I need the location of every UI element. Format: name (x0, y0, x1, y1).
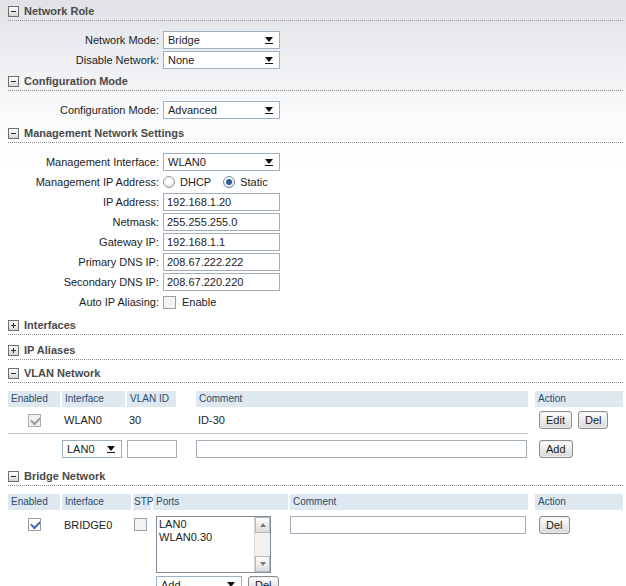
expand-icon[interactable] (8, 320, 19, 331)
ip-aliases-header: IP Aliases (8, 344, 623, 360)
primary-dns-label: Primary DNS IP: (8, 256, 163, 268)
bridge-enabled-checkbox[interactable] (28, 518, 41, 531)
management-interface-row: Management Interface: WLAN0 (8, 152, 623, 172)
ports-scrollbar[interactable] (254, 517, 270, 572)
secondary-dns-label: Secondary DNS IP: (8, 276, 163, 288)
bridge-col-interface: Interface (62, 494, 131, 510)
vlan-interface-cell: WLAN0 (62, 414, 125, 426)
secondary-dns-row: Secondary DNS IP: (8, 272, 623, 292)
ip-address-row: IP Address: (8, 192, 623, 212)
management-ip-address-label: Management IP Address: (8, 176, 163, 188)
scroll-up-icon[interactable] (255, 517, 270, 533)
interfaces-header: Interfaces (8, 319, 623, 335)
auto-ip-aliasing-checkbox[interactable] (163, 296, 176, 309)
row-divider (8, 433, 528, 434)
auto-ip-aliasing-row: Auto IP Aliasing: Enable (8, 292, 623, 312)
scroll-down-icon[interactable] (255, 556, 270, 572)
bridge-col-enabled: Enabled (8, 494, 60, 510)
vlan-add-row: LAN0 Add (8, 438, 623, 460)
chevron-down-icon (265, 159, 273, 164)
network-role-form: Network Mode: Bridge Disable Network: No… (8, 30, 623, 70)
bridge-table-row: BRIDGE0 LAN0 WLAN0.30 (8, 516, 623, 586)
network-mode-select[interactable]: Bridge (163, 31, 280, 49)
bridge-network-header: Bridge Network (8, 470, 623, 486)
bridge-port-add-select[interactable]: Add (156, 576, 242, 586)
bridge-ports-actions: Add Del (156, 576, 288, 586)
bridge-del-button[interactable]: Del (539, 516, 570, 534)
gateway-ip-input[interactable] (163, 233, 280, 251)
bridge-ports-list: LAN0 WLAN0.30 (157, 517, 254, 572)
section-bridge-network: Bridge Network Enabled Interface STP Por… (8, 470, 623, 586)
section-vlan-network: VLAN Network Enabled Interface VLAN ID C… (8, 367, 623, 460)
section-configuration-mode: Configuration Mode Configuration Mode: A… (8, 75, 623, 120)
section-network-role: Network Role Network Mode: Bridge Disabl… (8, 5, 623, 70)
disable-network-select[interactable]: None (163, 51, 280, 69)
bridge-col-ports: Ports (153, 494, 288, 510)
vlan-table-row: WLAN0 30 ID-30 Edit Del (8, 407, 623, 433)
bridge-port-add-value: Add (161, 579, 237, 586)
bridge-comment-input[interactable] (290, 516, 526, 534)
bridge-port-item[interactable]: WLAN0.30 (159, 531, 254, 544)
netmask-input[interactable] (163, 213, 280, 231)
bridge-table: Enabled Interface STP Ports Comment Acti… (8, 494, 623, 586)
auto-ip-aliasing-label: Auto IP Aliasing: (8, 296, 163, 308)
vlan-enabled-checkbox[interactable] (28, 414, 41, 427)
disable-network-value: None (168, 54, 275, 66)
ip-aliases-title: IP Aliases (24, 344, 75, 356)
secondary-dns-input[interactable] (163, 273, 280, 291)
disable-network-label: Disable Network: (8, 54, 163, 66)
bridge-col-comment: Comment (290, 494, 528, 510)
collapse-icon[interactable] (8, 6, 19, 17)
vlan-add-comment-input[interactable] (196, 440, 527, 458)
dhcp-radio[interactable] (163, 176, 175, 188)
chevron-down-icon (265, 37, 273, 42)
collapse-icon[interactable] (8, 128, 19, 139)
vlan-table-header: Enabled Interface VLAN ID Comment Action (8, 391, 623, 407)
bridge-stp-checkbox[interactable] (134, 518, 147, 531)
auto-ip-aliasing-enable-label: Enable (182, 296, 216, 308)
bridge-port-item[interactable]: LAN0 (159, 518, 254, 531)
vlan-del-button[interactable]: Del (578, 411, 609, 429)
netmask-row: Netmask: (8, 212, 623, 232)
vlan-add-id-input[interactable] (127, 440, 177, 458)
configuration-mode-select[interactable]: Advanced (163, 101, 280, 119)
configuration-mode-row: Configuration Mode: Advanced (8, 100, 623, 120)
collapse-icon[interactable] (8, 368, 19, 379)
section-ip-aliases: IP Aliases (8, 344, 623, 360)
vlan-network-header: VLAN Network (8, 367, 623, 383)
network-mode-label: Network Mode: (8, 34, 163, 46)
section-management-network-settings: Management Network Settings Management I… (8, 127, 623, 312)
vlan-add-interface-select[interactable]: LAN0 (62, 440, 122, 458)
static-radio-label: Static (240, 176, 268, 188)
management-settings-header: Management Network Settings (8, 127, 623, 143)
ip-address-input[interactable] (163, 193, 280, 211)
bridge-port-del-button[interactable]: Del (248, 576, 279, 586)
vlan-network-title: VLAN Network (24, 367, 100, 379)
ip-address-label: IP Address: (8, 196, 163, 208)
primary-dns-input[interactable] (163, 253, 280, 271)
vlan-col-comment: Comment (196, 391, 528, 407)
netmask-label: Netmask: (8, 216, 163, 228)
gateway-ip-label: Gateway IP: (8, 236, 163, 248)
bridge-ports-listbox[interactable]: LAN0 WLAN0.30 (156, 516, 271, 573)
bridge-table-header: Enabled Interface STP Ports Comment Acti… (8, 494, 623, 510)
network-mode-value: Bridge (168, 34, 275, 46)
section-interfaces: Interfaces (8, 319, 623, 335)
network-settings-page: Network Role Network Mode: Bridge Disabl… (0, 0, 626, 586)
chevron-down-icon (265, 107, 273, 112)
collapse-icon[interactable] (8, 76, 19, 87)
configuration-mode-form: Configuration Mode: Advanced (8, 100, 623, 120)
chevron-down-icon (227, 582, 235, 586)
network-role-header: Network Role (8, 5, 623, 21)
static-radio[interactable] (223, 176, 235, 188)
vlan-col-action: Action (535, 391, 623, 407)
vlan-comment-cell: ID-30 (196, 414, 528, 426)
vlan-id-cell: 30 (127, 414, 176, 426)
vlan-edit-button[interactable]: Edit (539, 411, 572, 429)
management-interface-select[interactable]: WLAN0 (163, 153, 280, 171)
bridge-network-title: Bridge Network (24, 470, 105, 482)
expand-icon[interactable] (8, 345, 19, 356)
bridge-col-action: Action (535, 494, 623, 510)
vlan-add-button[interactable]: Add (539, 440, 573, 458)
collapse-icon[interactable] (8, 471, 19, 482)
